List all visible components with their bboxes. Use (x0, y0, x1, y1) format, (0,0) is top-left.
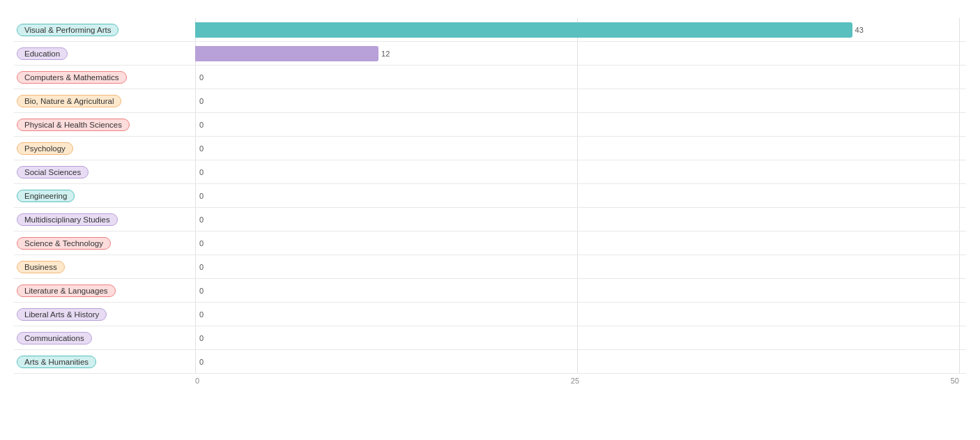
bar-label: Science & Technology (17, 237, 111, 250)
bar-label: Bio, Nature & Agricultural (17, 95, 121, 107)
bar-fill (195, 46, 378, 61)
label-container: Multidisciplinary Studies (17, 208, 118, 231)
bar-row: Engineering0 (14, 184, 966, 208)
label-container: Bio, Nature & Agricultural (17, 89, 121, 112)
bar-label: Arts & Humanities (17, 356, 96, 368)
bar-label: Physical & Health Sciences (17, 119, 130, 131)
bar-row: Psychology0 (14, 137, 966, 160)
bar-value-label: 0 (199, 263, 204, 271)
x-axis-tick: 25 (571, 377, 579, 385)
bar-row: Education12 (14, 42, 966, 66)
bar-value-label: 0 (199, 97, 204, 105)
x-axis: 02550 (14, 377, 966, 385)
bar-fill (195, 22, 852, 38)
bar-label: Visual & Performing Arts (17, 24, 118, 36)
bar-value-label: 0 (199, 358, 204, 366)
chart-container: Visual & Performing Arts43Education12Com… (0, 0, 980, 440)
label-container: Communications (17, 326, 92, 349)
label-container: Science & Technology (17, 232, 111, 255)
bar-label: Business (17, 261, 65, 273)
bar-value-label: 0 (199, 144, 204, 153)
bar-row: Bio, Nature & Agricultural0 (14, 89, 966, 113)
bar-value-label: 0 (199, 287, 204, 295)
bar-value-label: 0 (199, 334, 204, 342)
bar-row: Science & Technology0 (14, 232, 966, 255)
bar-label: Engineering (17, 190, 75, 202)
label-container: Engineering (17, 184, 75, 207)
bar-row: Social Sciences0 (14, 160, 966, 184)
bar-row: Computers & Mathematics0 (14, 66, 966, 89)
label-container: Literature & Languages (17, 279, 116, 302)
bar-row: Business0 (14, 255, 966, 279)
bar-label: Social Sciences (17, 166, 89, 179)
bar-value-label: 0 (199, 310, 204, 319)
bar-value-label: 0 (199, 215, 204, 224)
bar-value-label: 43 (855, 26, 864, 34)
label-container: Psychology (17, 137, 73, 160)
label-container: Physical & Health Sciences (17, 113, 130, 136)
bar-label: Liberal Arts & History (17, 308, 107, 321)
bar-label: Psychology (17, 142, 73, 155)
label-container: Business (17, 255, 65, 278)
label-container: Visual & Performing Arts (17, 18, 118, 41)
bar-label: Literature & Languages (17, 285, 116, 297)
bar-row: Physical & Health Sciences0 (14, 113, 966, 137)
bar-value-label: 0 (199, 121, 204, 129)
bar-label: Computers & Mathematics (17, 71, 127, 84)
bar-row: Liberal Arts & History0 (14, 303, 966, 326)
bar-value-label: 0 (199, 168, 204, 176)
bar-label: Communications (17, 332, 92, 344)
chart-body: Visual & Performing Arts43Education12Com… (14, 18, 966, 374)
bar-value-label: 12 (381, 50, 390, 58)
bar-label: Education (17, 47, 68, 60)
bar-value-label: 0 (199, 73, 204, 82)
label-container: Computers & Mathematics (17, 66, 127, 89)
label-container: Social Sciences (17, 160, 89, 183)
label-container: Education (17, 42, 68, 65)
bar-row: Visual & Performing Arts43 (14, 18, 966, 42)
bar-row: Literature & Languages0 (14, 279, 966, 303)
bar-value-label: 0 (199, 192, 204, 200)
bar-row: Arts & Humanities0 (14, 350, 966, 374)
x-axis-tick: 0 (195, 377, 199, 385)
label-container: Arts & Humanities (17, 350, 96, 373)
x-axis-tick: 50 (951, 377, 959, 385)
bar-value-label: 0 (199, 239, 204, 248)
bar-label: Multidisciplinary Studies (17, 213, 118, 226)
bar-row: Communications0 (14, 326, 966, 350)
label-container: Liberal Arts & History (17, 303, 107, 326)
bar-row: Multidisciplinary Studies0 (14, 208, 966, 232)
